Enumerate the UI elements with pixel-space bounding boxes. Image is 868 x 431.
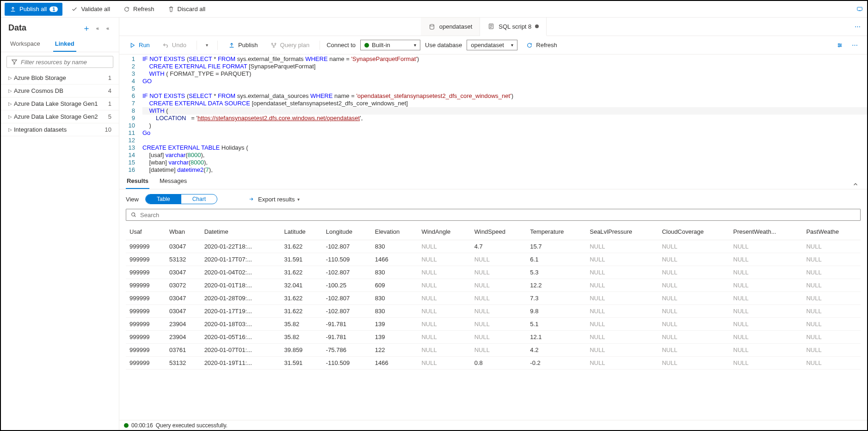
- code-line[interactable]: GO: [142, 78, 867, 85]
- table-cell: NULL: [802, 253, 861, 266]
- table-row[interactable]: 999999030472020-01-28T09:...31.622-102.8…: [126, 292, 861, 305]
- more-icon[interactable]: ⋯: [848, 42, 862, 49]
- column-header[interactable]: WindSpeed: [471, 224, 527, 240]
- table-cell: 609: [371, 279, 418, 292]
- table-cell: 139: [371, 318, 418, 331]
- column-header[interactable]: WindAngle: [418, 224, 470, 240]
- view-label: View: [126, 196, 139, 203]
- collapse-results-icon[interactable]: [852, 181, 859, 189]
- code-line[interactable]: WITH ( FORMAT_TYPE = PARQUET): [142, 70, 867, 78]
- tab-workspace[interactable]: Workspace: [8, 36, 42, 52]
- column-header[interactable]: PresentWeath...: [730, 224, 803, 240]
- table-row[interactable]: 999999239042020-01-18T03:...35.82-91.781…: [126, 318, 861, 331]
- table-cell: 31.622: [281, 266, 322, 279]
- table-row[interactable]: 999999531322020-01-19T11:...31.591-110.5…: [126, 357, 861, 370]
- refresh-button-editor[interactable]: Refresh: [522, 40, 561, 51]
- plus-icon[interactable]: ＋: [83, 24, 90, 32]
- tab-more-icon[interactable]: ⋯: [848, 18, 867, 36]
- code-line[interactable]: IF NOT EXISTS (SELECT * FROM sys.externa…: [142, 92, 867, 100]
- table-cell: NULL: [730, 357, 803, 370]
- publish-button[interactable]: Publish: [224, 40, 262, 51]
- code-editor[interactable]: 12345678910111213141516 IF NOT EXISTS (S…: [119, 55, 867, 174]
- tree-item[interactable]: ▷Azure Data Lake Storage Gen11: [1, 97, 119, 110]
- table-cell: NULL: [586, 240, 658, 253]
- refresh-button-top[interactable]: Refresh: [118, 3, 159, 16]
- code-area[interactable]: IF NOT EXISTS (SELECT * FROM sys.externa…: [141, 55, 867, 174]
- table-cell: NULL: [471, 292, 527, 305]
- toggle-table[interactable]: Table: [146, 194, 181, 204]
- column-header[interactable]: Usaf: [126, 224, 166, 240]
- filter-box[interactable]: [6, 56, 113, 68]
- table-cell: NULL: [418, 344, 470, 357]
- table-row[interactable]: 999999531322020-01-17T07:...31.591-110.5…: [126, 253, 861, 266]
- table-row[interactable]: 999999037612020-01-07T01:...39.859-75.78…: [126, 344, 861, 357]
- code-line[interactable]: [wban] varchar(8000),: [142, 159, 867, 166]
- code-line[interactable]: WITH (: [142, 107, 867, 115]
- code-line[interactable]: CREATE EXTERNAL TABLE Holidays (: [142, 144, 867, 152]
- plan-icon: [270, 42, 277, 49]
- chevron-down-icon[interactable]: ▾: [203, 42, 211, 49]
- column-header[interactable]: SeaLvlPressure: [586, 224, 658, 240]
- results-grid[interactable]: UsafWbanDatetimeLatitudeLongitudeElevati…: [119, 224, 867, 420]
- table-cell: NULL: [471, 279, 527, 292]
- discard-all-button[interactable]: Discard all: [163, 3, 210, 16]
- table-cell: NULL: [471, 344, 527, 357]
- run-button[interactable]: Run: [125, 40, 154, 51]
- use-database-dropdown[interactable]: opendataset ▾: [467, 40, 517, 50]
- code-line[interactable]: LOCATION = 'https://stefansynapsetest2.d…: [142, 115, 867, 122]
- export-results-button[interactable]: Export results ▾: [244, 194, 303, 205]
- column-header[interactable]: Latitude: [281, 224, 322, 240]
- tree-item[interactable]: ▷Azure Blob Storage1: [1, 72, 119, 85]
- toggle-chart[interactable]: Chart: [181, 194, 217, 204]
- code-line[interactable]: CREATE EXTERNAL FILE FORMAT [SynapseParq…: [142, 63, 867, 70]
- column-header[interactable]: Wban: [166, 224, 201, 240]
- tree-item[interactable]: ▷Azure Data Lake Storage Gen25: [1, 110, 119, 123]
- code-line[interactable]: IF NOT EXISTS (SELECT * FROM sys.externa…: [142, 55, 867, 63]
- table-row[interactable]: 999999030472020-01-17T19:...31.622-102.8…: [126, 305, 861, 318]
- file-tab[interactable]: opendataset: [421, 18, 480, 36]
- column-header[interactable]: Elevation: [371, 224, 418, 240]
- column-header[interactable]: Datetime: [201, 224, 281, 240]
- results-search-box[interactable]: [126, 209, 861, 221]
- code-line[interactable]: [142, 85, 867, 92]
- table-row[interactable]: 999999239042020-01-05T16:...35.82-91.781…: [126, 331, 861, 344]
- code-line[interactable]: [usaf] varchar(8000),: [142, 152, 867, 159]
- table-cell: NULL: [418, 292, 470, 305]
- table-row[interactable]: 999999030472020-01-22T18:...31.622-102.8…: [126, 240, 861, 253]
- file-tab[interactable]: SQL script 8: [480, 18, 547, 36]
- column-header[interactable]: Temperature: [526, 224, 586, 240]
- code-line[interactable]: [datetime] datetime2(7),: [142, 166, 867, 174]
- code-line[interactable]: Go: [142, 129, 867, 137]
- collapse-icon-2[interactable]: «: [104, 24, 111, 32]
- table-row[interactable]: 999999030472020-01-04T02:...31.622-102.8…: [126, 266, 861, 279]
- table-cell: NULL: [802, 344, 861, 357]
- table-cell: 999999: [126, 344, 166, 357]
- undo-button[interactable]: Undo: [158, 40, 190, 51]
- code-line[interactable]: ): [142, 122, 867, 129]
- column-header[interactable]: Longitude: [322, 224, 371, 240]
- feedback-icon[interactable]: [856, 6, 863, 13]
- tree-item[interactable]: ▷Integration datasets10: [1, 123, 119, 136]
- connect-to-dropdown[interactable]: Built-in ▾: [360, 40, 420, 50]
- table-cell: NULL: [586, 253, 658, 266]
- query-plan-button[interactable]: Query plan: [266, 40, 314, 51]
- collapse-icon[interactable]: «: [94, 24, 101, 32]
- tree-item[interactable]: ▷Azure Cosmos DB4: [1, 85, 119, 97]
- tab-linked[interactable]: Linked: [53, 36, 76, 52]
- results-search-input[interactable]: [140, 212, 856, 219]
- column-header[interactable]: PastWeathe: [802, 224, 861, 240]
- code-line[interactable]: CREATE EXTERNAL DATA SOURCE [opendataset…: [142, 100, 867, 107]
- table-cell: 5.3: [526, 266, 586, 279]
- table-row[interactable]: 999999030722020-01-01T18:...32.041-100.2…: [126, 279, 861, 292]
- validate-all-button[interactable]: Validate all: [66, 3, 115, 16]
- code-line[interactable]: [142, 137, 867, 144]
- tab-results[interactable]: Results: [126, 174, 149, 189]
- publish-all-button[interactable]: Publish all 1: [5, 3, 62, 16]
- settings-icon[interactable]: [836, 42, 843, 49]
- view-toggle[interactable]: Table Chart: [145, 194, 217, 204]
- table-cell: 31.622: [281, 305, 322, 318]
- table-cell: NULL: [418, 331, 470, 344]
- filter-input[interactable]: [21, 59, 109, 66]
- tab-messages[interactable]: Messages: [159, 174, 188, 189]
- column-header[interactable]: CloudCoverage: [658, 224, 729, 240]
